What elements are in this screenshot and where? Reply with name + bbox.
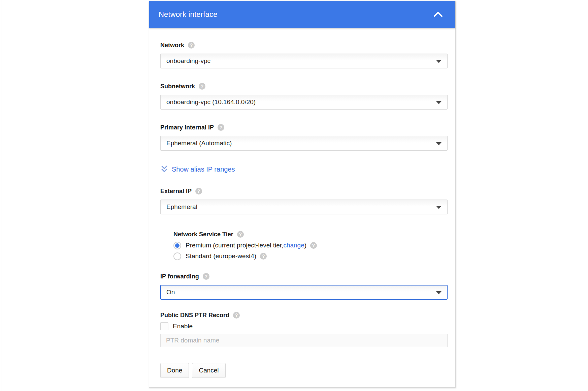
collapse-panel-button[interactable]: [433, 10, 443, 19]
help-icon[interactable]: ?: [233, 312, 240, 319]
network-service-tier-block: Network Service Tier ? Premium (current …: [173, 231, 447, 261]
cancel-button[interactable]: Cancel: [192, 363, 225, 378]
double-chevron-down-icon: [160, 165, 168, 174]
dropdown-caret-icon: [436, 142, 442, 145]
external-ip-select[interactable]: Ephemeral: [160, 200, 448, 214]
subnetwork-label: Subnetwork: [160, 83, 195, 90]
enable-ptr-row: Enable: [160, 322, 447, 331]
done-button[interactable]: Done: [160, 363, 189, 378]
premium-tier-option: Premium (current project-level tier, cha…: [173, 240, 447, 250]
help-icon[interactable]: ?: [199, 83, 205, 90]
public-dns-ptr-group: Public DNS PTR Record ? Enable: [160, 311, 447, 347]
panel-title: Network interface: [159, 10, 218, 19]
standard-tier-option: Standard (europe-west4) ?: [173, 251, 447, 261]
network-select[interactable]: onboarding-vpc: [160, 54, 448, 68]
help-icon[interactable]: ?: [188, 42, 195, 49]
ip-forwarding-field-group: IP forwarding ? On: [160, 273, 447, 300]
primary-internal-ip-select-value: Ephemeral (Automatic): [166, 140, 232, 147]
ptr-domain-name-input[interactable]: [160, 334, 448, 347]
premium-option-suffix: ): [304, 242, 306, 249]
primary-internal-ip-select[interactable]: Ephemeral (Automatic): [160, 136, 448, 151]
network-field-group: Network ? onboarding-vpc: [160, 41, 447, 68]
subnetwork-field-group: Subnetwork ? onboarding-vpc (10.164.0.0/…: [160, 83, 447, 110]
external-ip-select-value: Ephemeral: [166, 203, 197, 211]
external-ip-label: External IP: [160, 188, 192, 195]
help-icon[interactable]: ?: [218, 124, 224, 131]
subnetwork-select[interactable]: onboarding-vpc (10.164.0.0/20): [160, 95, 448, 110]
dropdown-caret-icon: [436, 291, 442, 294]
help-icon[interactable]: ?: [237, 231, 244, 238]
network-interface-panel: Network interface Network ? onboarding-v…: [149, 1, 456, 388]
primary-internal-ip-label: Primary internal IP: [160, 124, 214, 131]
help-icon[interactable]: ?: [260, 253, 267, 260]
panel-header: Network interface: [149, 1, 455, 28]
action-buttons: Done Cancel: [160, 363, 447, 378]
ip-forwarding-label: IP forwarding: [160, 273, 199, 280]
help-icon[interactable]: ?: [195, 188, 202, 194]
panel-content: Network ? onboarding-vpc Subnetwork ? on…: [149, 28, 455, 378]
premium-option-text: Premium (current project-level tier,: [186, 242, 283, 249]
premium-radio-selected[interactable]: [173, 242, 181, 249]
page-left-border: [1, 0, 1, 391]
network-label: Network: [160, 42, 184, 49]
dropdown-caret-icon: [436, 60, 442, 63]
external-ip-field-group: External IP ? Ephemeral: [160, 187, 447, 214]
network-service-tier-label: Network Service Tier: [173, 231, 233, 238]
public-dns-ptr-label: Public DNS PTR Record: [160, 312, 229, 319]
dropdown-caret-icon: [436, 101, 442, 104]
show-alias-ip-ranges-label: Show alias IP ranges: [172, 166, 235, 173]
subnetwork-select-value: onboarding-vpc (10.164.0.0/20): [166, 98, 256, 106]
standard-radio-unselected[interactable]: [173, 252, 181, 260]
show-alias-ip-ranges-link[interactable]: Show alias IP ranges: [160, 165, 447, 174]
change-tier-link[interactable]: change: [283, 242, 304, 249]
help-icon[interactable]: ?: [310, 242, 317, 249]
ip-forwarding-select-value: On: [166, 289, 175, 296]
primary-internal-ip-field-group: Primary internal IP ? Ephemeral (Automat…: [160, 124, 447, 151]
help-icon[interactable]: ?: [203, 273, 209, 280]
enable-ptr-checkbox[interactable]: [160, 322, 168, 330]
ip-forwarding-select[interactable]: On: [160, 285, 448, 300]
enable-ptr-label: Enable: [173, 323, 193, 330]
chevron-up-icon: [433, 10, 443, 19]
network-select-value: onboarding-vpc: [166, 57, 210, 65]
dropdown-caret-icon: [436, 206, 442, 209]
standard-option-text: Standard (europe-west4): [186, 252, 256, 260]
